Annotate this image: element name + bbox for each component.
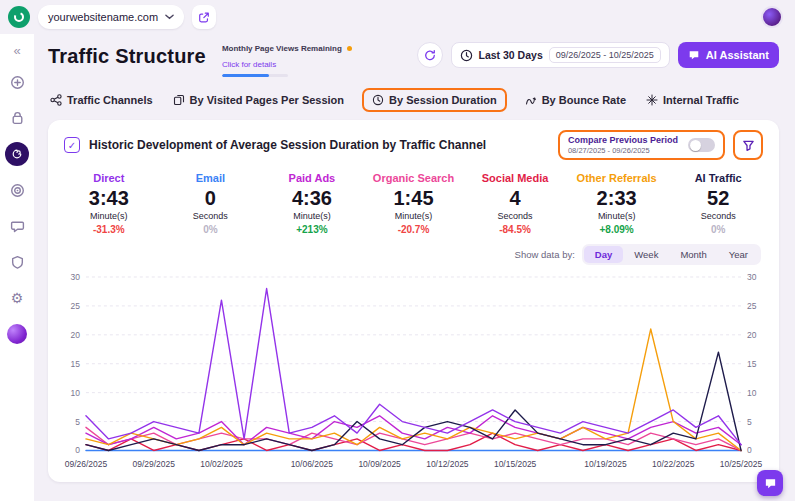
metric-name: Other Referrals <box>566 172 668 184</box>
metric-unit: Minute(s) <box>261 211 363 221</box>
traffic-swirl-icon <box>10 147 24 161</box>
svg-text:10/25/2025: 10/25/2025 <box>720 459 763 469</box>
granularity-year[interactable]: Year <box>718 246 759 263</box>
metric-organic-search[interactable]: Organic Search 1:45 Minute(s) -20.7% <box>363 172 465 235</box>
metric-email[interactable]: Email 0 Seconds 0% <box>160 172 262 235</box>
sidebar-item-feedback[interactable] <box>5 214 29 238</box>
metric-change: -20.7% <box>363 224 465 235</box>
sidebar: « ⚙ <box>0 34 34 501</box>
sidebar-item-goals[interactable] <box>5 178 29 202</box>
compare-toggle[interactable] <box>688 138 715 152</box>
metric-name: Direct <box>58 172 160 184</box>
svg-text:0: 0 <box>75 445 80 455</box>
funnel-icon <box>742 139 755 152</box>
sidebar-item-upgrade[interactable] <box>5 322 29 346</box>
topbar: yourwebsitename.com <box>0 0 795 34</box>
collapse-sidebar-icon[interactable]: « <box>5 42 29 58</box>
brand-logo <box>8 6 30 28</box>
chart-area: 00551010151520202525303009/26/202509/29/… <box>58 269 769 474</box>
checkbox-icon[interactable]: ✓ <box>64 137 80 153</box>
sidebar-item-security[interactable] <box>5 250 29 274</box>
gear-icon: ⚙ <box>11 291 24 305</box>
sidebar-item-traffic[interactable] <box>5 142 29 166</box>
toggle-knob <box>690 140 701 151</box>
tab-label: By Bounce Rate <box>542 94 626 106</box>
svg-text:10/06/2025: 10/06/2025 <box>291 459 334 469</box>
sidebar-item-settings[interactable]: ⚙ <box>5 286 29 310</box>
filter-button[interactable] <box>733 130 763 160</box>
svg-text:09/29/2025: 09/29/2025 <box>133 459 176 469</box>
svg-text:15: 15 <box>71 359 81 369</box>
granularity-group: Day Week Month Year <box>582 244 761 265</box>
quota-details-link[interactable]: Click for details <box>222 60 276 69</box>
metric-unit: Seconds <box>667 211 769 221</box>
metric-unit: Seconds <box>464 211 566 221</box>
svg-text:5: 5 <box>747 417 752 427</box>
metric-change: +213% <box>261 224 363 235</box>
metric-change: +8.09% <box>566 224 668 235</box>
metric-change: -31.3% <box>58 224 160 235</box>
tab-session-duration[interactable]: By Session Duration <box>362 88 507 112</box>
compare-label: Compare Previous Period <box>568 135 678 145</box>
tab-traffic-channels[interactable]: Traffic Channels <box>48 90 155 110</box>
metric-name: Paid Ads <box>261 172 363 184</box>
page-title: Traffic Structure <box>48 45 206 68</box>
metric-value: 3:43 <box>58 187 160 210</box>
site-name: yourwebsitename.com <box>48 11 158 23</box>
brand-logo-icon <box>13 11 25 23</box>
session-chart[interactable]: 00551010151520202525303009/26/202509/29/… <box>60 269 767 474</box>
session-duration-card: ✓ Historic Development of Average Sessio… <box>48 120 779 482</box>
metric-paid-ads[interactable]: Paid Ads 4:36 Minute(s) +213% <box>261 172 363 235</box>
metric-unit: Minute(s) <box>566 211 668 221</box>
quota-progress-fill <box>222 74 270 77</box>
site-selector[interactable]: yourwebsitename.com <box>38 5 184 29</box>
ai-assistant-button[interactable]: AI Assistant <box>678 42 779 68</box>
tab-pages-per-session[interactable]: By Visited Pages Per Session <box>171 90 346 110</box>
shield-icon <box>10 255 25 270</box>
svg-text:0: 0 <box>747 445 752 455</box>
svg-text:25: 25 <box>71 301 81 311</box>
refresh-button[interactable] <box>417 42 443 68</box>
metric-other-referrals[interactable]: Other Referrals 2:33 Minute(s) +8.09% <box>566 172 668 235</box>
show-data-by: Show data by: Day Week Month Year <box>66 244 761 265</box>
sidebar-item-analytics[interactable] <box>5 70 29 94</box>
date-range-value: 09/26/2025 - 10/25/2025 <box>549 47 661 63</box>
channel-metrics: Direct 3:43 Minute(s) -31.3% Email 0 Sec… <box>58 172 769 235</box>
metric-social-media[interactable]: Social Media 4 Seconds -84.5% <box>464 172 566 235</box>
compare-range: 08/27/2025 - 09/26/2025 <box>568 146 678 155</box>
svg-text:10: 10 <box>747 388 757 398</box>
avatar[interactable] <box>761 6 783 28</box>
svg-text:30: 30 <box>747 272 757 282</box>
metric-value: 0 <box>160 187 262 210</box>
metric-change: 0% <box>667 224 769 235</box>
metric-ai-traffic[interactable]: AI Traffic 52 Seconds 0% <box>667 172 769 235</box>
metric-unit: Minute(s) <box>363 211 465 221</box>
tab-label: Traffic Channels <box>67 94 153 106</box>
metric-direct[interactable]: Direct 3:43 Minute(s) -31.3% <box>58 172 160 235</box>
metric-name: Email <box>160 172 262 184</box>
svg-text:10/12/2025: 10/12/2025 <box>426 459 469 469</box>
metric-value: 4:36 <box>261 187 363 210</box>
granularity-week[interactable]: Week <box>623 246 669 263</box>
ai-assistant-label: AI Assistant <box>706 49 769 61</box>
granularity-day[interactable]: Day <box>584 246 623 263</box>
sidebar-item-orders[interactable] <box>5 106 29 130</box>
session-duration-icon <box>372 94 384 106</box>
chat-fab[interactable] <box>757 470 783 496</box>
svg-text:10/19/2025: 10/19/2025 <box>584 459 627 469</box>
open-site-button[interactable] <box>192 5 216 29</box>
date-range-label: Last 30 Days <box>479 49 543 61</box>
quota-widget[interactable]: Monthly Page Views Remaining Click for d… <box>222 44 352 77</box>
main-content: Traffic Structure Monthly Page Views Rem… <box>34 34 795 501</box>
quota-label: Monthly Page Views Remaining <box>222 44 342 53</box>
page-header: Traffic Structure Monthly Page Views Rem… <box>48 42 779 80</box>
granularity-month[interactable]: Month <box>669 246 717 263</box>
external-link-icon <box>198 11 210 24</box>
show-data-by-label: Show data by: <box>515 249 575 260</box>
chat-icon <box>10 219 25 234</box>
tab-bounce-rate[interactable]: By Bounce Rate <box>523 90 628 110</box>
date-range-picker[interactable]: Last 30 Days 09/26/2025 - 10/25/2025 <box>451 42 670 68</box>
metric-value: 52 <box>667 187 769 210</box>
svg-text:10/22/2025: 10/22/2025 <box>652 459 695 469</box>
tab-internal-traffic[interactable]: Internal Traffic <box>644 90 741 110</box>
